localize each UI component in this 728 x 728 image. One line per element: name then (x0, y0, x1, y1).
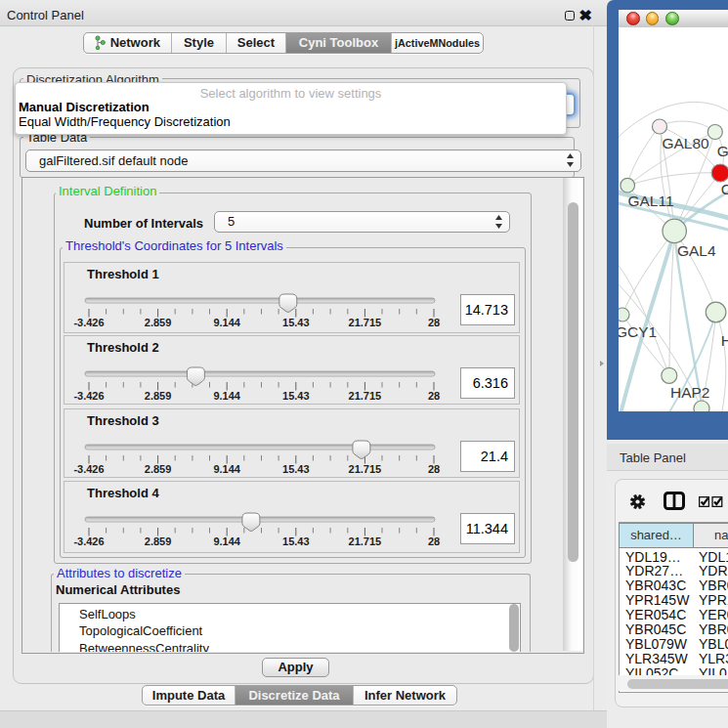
svg-text:15.43: 15.43 (282, 317, 310, 328)
svg-text:2.859: 2.859 (145, 390, 172, 402)
svg-text:15.43: 15.43 (282, 462, 310, 474)
svg-text:28: 28 (428, 317, 440, 328)
svg-text:21.715: 21.715 (349, 390, 382, 402)
svg-text:9.144: 9.144 (213, 390, 240, 402)
svg-text:21.715: 21.715 (349, 535, 382, 546)
svg-text:9.144: 9.144 (213, 317, 240, 328)
svg-text:9.144: 9.144 (213, 535, 240, 546)
svg-text:HAP2: HAP2 (670, 384, 710, 401)
svg-text:21.715: 21.715 (349, 317, 382, 328)
svg-text:28: 28 (428, 462, 440, 474)
svg-text:9.144: 9.144 (213, 462, 240, 474)
svg-text:-3.426: -3.426 (73, 462, 104, 474)
svg-text:GAL4: GAL4 (677, 242, 716, 259)
svg-text:GA: GA (717, 143, 728, 159)
svg-text:15.43: 15.43 (282, 535, 310, 546)
svg-text:GCY1: GCY1 (619, 323, 657, 340)
svg-text:15.43: 15.43 (282, 390, 310, 402)
svg-text:2.859: 2.859 (145, 462, 172, 474)
svg-text:28: 28 (428, 535, 440, 546)
svg-text:C: C (721, 181, 728, 197)
svg-text:HA: HA (721, 332, 728, 349)
svg-text:-3.426: -3.426 (73, 317, 104, 328)
svg-text:28: 28 (428, 390, 440, 402)
svg-text:-3.426: -3.426 (73, 390, 104, 402)
svg-text:2.859: 2.859 (145, 317, 172, 328)
svg-text:GAL11: GAL11 (627, 193, 673, 209)
svg-text:2.859: 2.859 (145, 535, 172, 546)
svg-text:21.715: 21.715 (349, 462, 382, 474)
svg-text:-3.426: -3.426 (73, 535, 104, 546)
svg-text:GAL80: GAL80 (662, 135, 709, 151)
